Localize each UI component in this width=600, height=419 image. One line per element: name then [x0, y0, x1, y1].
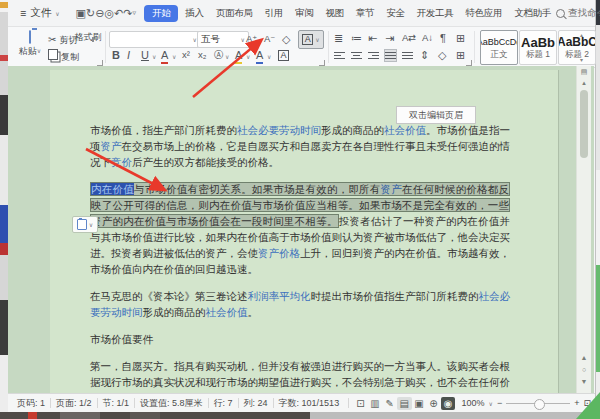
line-spacing-icon[interactable]: ⇕ — [420, 48, 429, 62]
insert-table-icon[interactable]: ⊞ — [456, 31, 465, 45]
format-painter-button[interactable]: 格式刷 — [74, 30, 102, 44]
print-icon[interactable]: ⊖ — [95, 6, 104, 21]
char-border-button[interactable]: A — [278, 50, 289, 61]
align-right-icon[interactable] — [368, 50, 379, 61]
font-color-button[interactable]: A — [256, 48, 263, 62]
export-icon[interactable]: ↻ — [86, 6, 95, 21]
tab-8[interactable]: 开发工具 — [412, 5, 459, 22]
hyperlink[interactable]: 社会价值 — [384, 124, 426, 136]
superscript-button[interactable]: x² — [182, 48, 190, 62]
char-shading-button[interactable]: A ∨ — [298, 30, 324, 49]
two-page-view-icon[interactable]: ▥ — [368, 397, 383, 410]
decrease-font-button[interactable]: A⁻ — [264, 32, 275, 46]
distribute-icon[interactable] — [402, 50, 413, 61]
sort-icon[interactable]: A↓ — [422, 31, 433, 45]
file-menu-button[interactable]: ≡ 文件 ∨ — [14, 4, 66, 22]
paste-options-button[interactable]: ∨ — [72, 216, 98, 233]
paragraph-shading-icon[interactable]: ◇ — [438, 48, 446, 62]
bullet-list-icon[interactable]: ≣ — [334, 31, 343, 45]
hyperlink[interactable]: 资产价格 — [258, 247, 300, 259]
hyperlink[interactable]: 社会必要劳动时间 — [237, 124, 321, 136]
font-color-caret[interactable]: ∨ — [267, 50, 271, 64]
justify-icon[interactable] — [385, 50, 396, 61]
paragraph-marks-icon[interactable]: ¶ — [440, 31, 446, 45]
tab-3[interactable]: 引用 — [260, 5, 288, 22]
subscript-button[interactable]: x₂ — [198, 48, 206, 62]
gallery-down-icon[interactable]: ▾ — [580, 56, 583, 63]
hyperlink[interactable]: 社会价值 — [206, 306, 248, 318]
vertical-scrollbar[interactable]: ▤ ▴ ▲ ○ ▼ — [576, 66, 591, 393]
char-scale-icon[interactable]: A⇄ — [402, 31, 416, 45]
tab-9[interactable]: 特色应用 — [460, 5, 507, 22]
copy-button[interactable]: 复制 — [48, 49, 86, 64]
font-name-combo[interactable]: ∨ — [109, 31, 201, 48]
scroll-up-icon[interactable]: ▴ — [577, 79, 591, 87]
tab-5[interactable]: 视图 — [320, 5, 348, 22]
style-1[interactable]: AaBb标题 1 — [519, 30, 557, 65]
taskbar-sliver — [0, 412, 600, 419]
strikethrough-button[interactable]: A — [161, 48, 168, 62]
font-size-combo[interactable]: 五号 ∨ — [197, 31, 249, 48]
save-icon[interactable]: ▣ — [76, 6, 86, 21]
zoom-slider[interactable] — [506, 403, 570, 404]
document-area[interactable]: 市场价值，指生产部门所耗费的社会必要劳动时间形成的商品的社会价值。市场价值是指一… — [8, 66, 594, 393]
previous-page-icon[interactable]: ▲ — [577, 354, 591, 361]
web-view-icon[interactable]: ⊕ — [426, 397, 441, 410]
numbered-list-icon[interactable]: ≔ — [351, 31, 362, 45]
underline-caret[interactable]: ∨ — [152, 50, 156, 64]
tab-6[interactable]: 章节 — [351, 5, 379, 22]
select-browse-object-icon[interactable]: ○ — [577, 366, 591, 373]
ink-annotation-icon[interactable]: ✎ — [382, 397, 397, 410]
increase-font-button[interactable]: A⁺ — [246, 32, 257, 46]
increase-indent-icon[interactable]: ⇥ — [385, 31, 394, 45]
tab-4[interactable]: 审阅 — [290, 5, 318, 22]
char-shading-icon: A — [302, 34, 313, 45]
quick-access-more-icon[interactable]: ▿ — [132, 8, 136, 18]
tab-7[interactable]: 安全 — [381, 5, 409, 22]
hyperlink[interactable]: 内在价值 — [91, 183, 134, 195]
zoom-out-icon[interactable]: − — [497, 398, 502, 408]
bold-button[interactable]: B — [112, 48, 120, 62]
fullscreen-icon[interactable]: ⊡ — [353, 397, 368, 410]
highlight-caret[interactable]: ∨ — [246, 50, 250, 64]
tab-2[interactable]: 页面布局 — [211, 5, 258, 22]
tab-10[interactable]: 文档助手 — [509, 5, 556, 22]
hyperlink[interactable]: 竞价 — [111, 156, 132, 168]
style-0[interactable]: AaBbCcDd正文 — [480, 30, 518, 65]
hyperlink[interactable]: 资产 — [381, 183, 402, 195]
hyperlink[interactable]: 利润率平均化 — [248, 290, 311, 302]
ruler-toggle-icon[interactable]: ▤ — [577, 68, 591, 76]
phonetic-caret[interactable]: ∨ — [225, 50, 229, 64]
styles-gallery-scroll[interactable]: ▴ ▾ — [580, 31, 583, 63]
scrollbar-thumb[interactable] — [580, 90, 588, 158]
text-highlight-button[interactable]: A — [235, 48, 242, 62]
undo-icon[interactable]: ↶ — [114, 6, 123, 21]
tab-0[interactable]: 开始 — [144, 5, 178, 22]
paste-button[interactable]: 粘贴∨ — [16, 30, 44, 58]
outline-view-icon[interactable]: ▣ — [412, 397, 427, 410]
redo-icon[interactable]: ↷ — [123, 6, 132, 21]
clear-format-icon[interactable]: ◇ — [282, 32, 290, 46]
text-run: 在马克思的《资本论》第三卷论述 — [90, 290, 248, 302]
gallery-up-icon[interactable]: ▴ — [580, 31, 583, 38]
hyperlink[interactable]: 资产 — [101, 140, 122, 152]
phonetic-guide-button[interactable]: Ⓐ — [214, 48, 224, 62]
find-command-box[interactable]: 查找命令... — [556, 7, 600, 20]
zoom-slider-knob[interactable] — [534, 399, 545, 410]
page-view-icon[interactable]: ▤ — [397, 397, 412, 410]
decrease-indent-icon[interactable]: ⇤ — [368, 31, 377, 45]
zoom-caret[interactable]: ∨ — [489, 400, 493, 407]
zoom-level[interactable]: 100% — [461, 398, 484, 408]
style-2[interactable]: AaBbC标题 2 — [558, 30, 596, 65]
eye-protection-icon[interactable]: ◉ — [441, 397, 456, 410]
tab-1[interactable]: 插入 — [180, 5, 208, 22]
next-page-icon[interactable]: ▼ — [577, 378, 591, 385]
document-page[interactable]: 市场价值，指生产部门所耗费的社会必要劳动时间形成的商品的社会价值。市场价值是指一… — [50, 70, 558, 393]
paragraph-borders-icon[interactable]: ⊞ — [456, 48, 465, 62]
align-left-icon[interactable] — [334, 50, 345, 61]
underline-button[interactable]: U — [141, 48, 149, 62]
strike-caret[interactable]: ∨ — [172, 50, 176, 64]
italic-button[interactable]: I — [127, 48, 130, 62]
print-preview-icon[interactable]: ◎ — [104, 6, 114, 21]
align-center-icon[interactable] — [351, 50, 362, 61]
